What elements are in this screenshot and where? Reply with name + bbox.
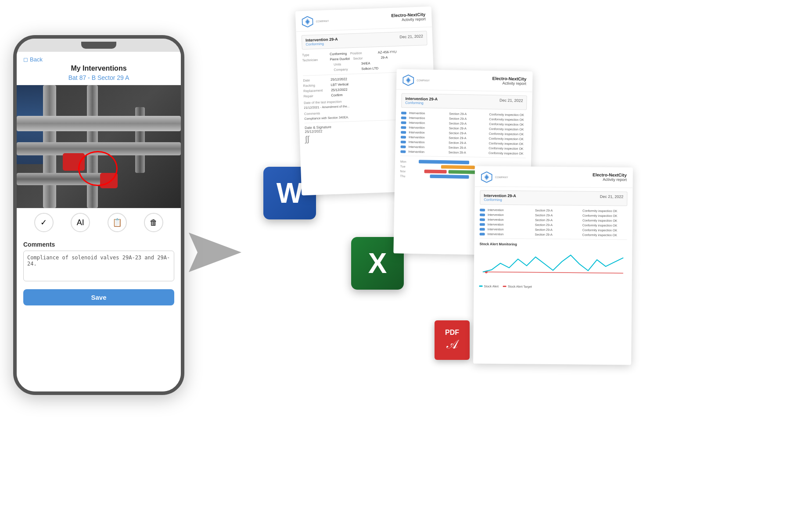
date-value: 25/12/2022	[331, 77, 347, 82]
report-line-items-2: InterventionSection 29-AConformity inspe…	[400, 111, 527, 155]
report-card-3: COMPANY Electro-NextCity Activity report…	[473, 166, 633, 365]
gantt-label-tue: Tue	[400, 165, 411, 168]
phone-header: ◻ Back My Interventions Bat 87 - B Secto…	[17, 52, 181, 85]
replacement-value: 25/12/2022	[331, 88, 348, 92]
check-button[interactable]: ✓	[34, 213, 54, 232]
ai-icon: AI	[77, 218, 84, 227]
gantt-bar-mon	[419, 160, 470, 164]
spacer1	[302, 63, 327, 68]
intervention-date-2: Dec 21, 2022	[499, 98, 523, 103]
intervention-info-2: Intervention 29-A Conforming	[405, 97, 438, 105]
save-button[interactable]: Save	[23, 289, 174, 305]
report-header-3: COMPANY Electro-NextCity Activity report	[475, 166, 633, 188]
legend-item-cyan: Stock Alert	[479, 285, 499, 288]
line-item-8: InterventionSection 29-AConformity inspe…	[401, 145, 526, 151]
gantt-bar-container-mon	[413, 160, 526, 165]
delete-icon: 🗑	[150, 218, 158, 227]
phone-frame-container: ◻ Back My Interventions Bat 87 - B Secto…	[13, 35, 184, 395]
check-icon: ✓	[40, 218, 47, 227]
racking-label: Racking	[303, 83, 327, 88]
pdf-icon-box: PDF 𝒜	[435, 320, 470, 360]
company-logo-icon-1	[302, 16, 313, 28]
report-company-2: Electro-NextCity	[492, 76, 526, 81]
type-label: Type	[302, 52, 326, 57]
phone-notch	[81, 42, 116, 49]
report-logo-text-2: COMPANY	[417, 79, 430, 82]
excel-letter: X	[368, 247, 387, 280]
gantt-bar-tue	[441, 165, 475, 169]
report-company-3: Electro-NextCity	[593, 172, 627, 178]
gantt-bar-nov-1	[424, 169, 447, 173]
report-doc-title-2: Activity report	[492, 81, 526, 86]
document-icon: 📋	[112, 218, 122, 227]
report-title-block-1: Electro-NextCity Activity report	[391, 12, 425, 22]
report-logo-3: COMPANY	[481, 172, 508, 183]
word-letter: W	[277, 177, 303, 209]
comments-section: Comments Compliance of solenoid valves 2…	[17, 237, 181, 286]
phone-subtitle: Bat 87 - B Sector 29 A	[23, 74, 174, 81]
circle-annotation	[78, 151, 118, 186]
pdf-label: PDF	[445, 329, 459, 337]
units-label: Units	[334, 62, 358, 67]
report-intervention-bar-1: Intervention 29-A Conforming Dec 21, 202…	[302, 31, 428, 50]
intervention-date-1: Dec 21, 2022	[399, 34, 423, 39]
report-title-block-2: Electro-NextCity Activity report	[492, 76, 526, 86]
report-intervention-bar-3: Intervention 29-A Conforming Dec 21, 202…	[480, 190, 627, 206]
units-value: 34/EA	[361, 61, 370, 66]
comments-input[interactable]: Compliance of solenoid valves 29A-23 and…	[23, 251, 174, 281]
stock-chart-svg	[479, 248, 627, 284]
gantt-bar-nov-2	[449, 170, 477, 174]
r3-line-5: InterventionSection 29-AConformity inspe…	[480, 228, 627, 232]
phone-image	[17, 85, 181, 208]
report-doc-title-3: Activity report	[593, 177, 627, 182]
line-item-4: InterventionSection 29-AConformity inspe…	[401, 126, 526, 131]
company-logo-icon-2	[402, 75, 414, 86]
back-button[interactable]: ◻ Back	[23, 56, 174, 63]
report-logo-text-1: COMPANY	[316, 20, 329, 23]
r3-line-6: InterventionSection 29-AConformity inspe…	[480, 233, 627, 237]
company-field-value: Solkon LTD	[361, 66, 378, 71]
replacement-label: Replacement	[303, 88, 327, 93]
position-value: AZ-456-YYU	[378, 50, 397, 54]
back-label[interactable]: Back	[30, 56, 43, 63]
legend-dot-cyan	[479, 286, 483, 287]
report-logo-text-3: COMPANY	[495, 176, 508, 179]
spacer3	[302, 68, 327, 73]
legend-cyan-label: Stock Alert	[484, 285, 499, 288]
report-header-2: COMPANY Electro-NextCity Activity report	[396, 69, 533, 92]
conforming-label-2: Conforming	[405, 101, 438, 105]
intervention-date-3: Dec 21, 2022	[600, 194, 624, 199]
gantt-label-thu: Thu	[400, 174, 411, 177]
pipe-photo	[17, 85, 181, 208]
type-value: Conforming	[330, 52, 347, 56]
phone-title: My Interventions	[23, 65, 174, 72]
line-item-3: InterventionSection 29-AConformity inspe…	[401, 121, 527, 126]
ai-button[interactable]: AI	[71, 213, 90, 232]
report-header-1: COMPANY Electro-NextCity Activity report	[295, 7, 432, 32]
line-item-5: InterventionSection 29-AConformity inspe…	[401, 131, 526, 136]
phone-screen: ◻ Back My Interventions Bat 87 - B Secto…	[17, 52, 181, 391]
r3-line-1: InterventionSection 29-AConformity inspe…	[480, 208, 627, 213]
pdf-icon: PDF 𝒜	[435, 320, 470, 360]
sector-value: 29-A	[381, 55, 388, 60]
intervention-name-3: Intervention 29-A	[484, 194, 516, 198]
conforming-label-3: Conforming	[484, 198, 516, 202]
legend-red-label: Stock Alert Target	[508, 285, 532, 288]
report-logo-2: COMPANY	[402, 75, 430, 86]
stock-chart-section: Stock Alert Monitoring Stock Alert Stock…	[479, 242, 627, 289]
document-button[interactable]: 📋	[108, 213, 127, 232]
company-logo-icon-3	[481, 172, 492, 183]
svg-line-4	[483, 272, 623, 273]
intervention-info-1: Intervention 29-A Conforming	[305, 37, 338, 47]
racking-value: LBT Vertical	[331, 82, 349, 86]
pdf-symbol-icon: 𝒜	[447, 337, 457, 352]
delete-button[interactable]: 🗑	[144, 213, 163, 232]
report-logo-1: COMPANY	[302, 15, 329, 28]
line-item-1: InterventionSection 29-AConformity inspe…	[401, 111, 527, 117]
line-item-7: InterventionSection 29-AConformity inspe…	[401, 140, 526, 146]
repair-value: Confirm	[331, 93, 343, 97]
intervention-info-3: Intervention 29-A Conforming	[484, 194, 516, 202]
r3-line-2: InterventionSection 29-AConformity inspe…	[480, 213, 627, 218]
repair-label: Repair	[303, 93, 327, 98]
line-item-2: InterventionSection 29-AConformity inspe…	[401, 116, 527, 122]
